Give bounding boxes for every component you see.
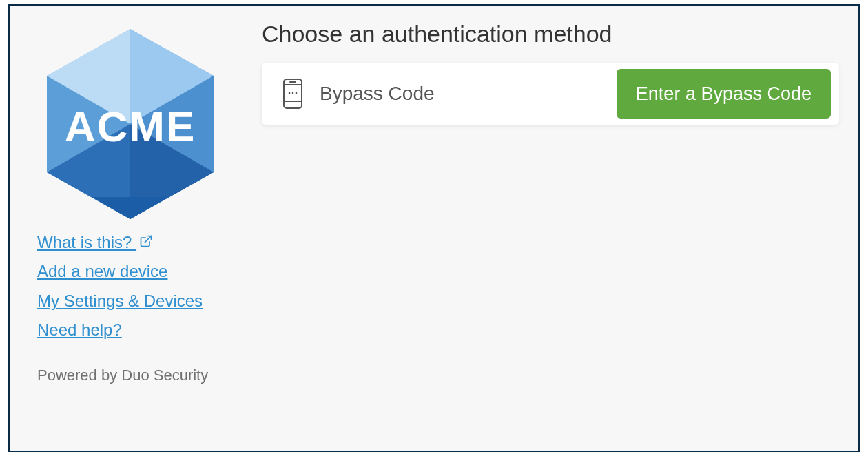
need-help-link[interactable]: Need help? [37, 319, 122, 341]
my-settings-devices-link[interactable]: My Settings & Devices [37, 290, 203, 312]
svg-point-14 [292, 92, 294, 94]
auth-prompt-frame: ACME What is this? Add a new device My [8, 4, 860, 452]
what-is-this-link[interactable]: What is this? [37, 232, 153, 254]
add-new-device-link[interactable]: Add a new device [37, 260, 167, 282]
hexagon-logo-icon: ACME [37, 21, 223, 227]
svg-line-8 [145, 236, 151, 243]
main-content: Choose an authentication method Bypass C… [237, 21, 839, 125]
sidebar: ACME What is this? Add a new device My [37, 21, 237, 384]
svg-marker-7 [92, 197, 168, 219]
external-link-icon [139, 232, 153, 254]
auth-method-row: Bypass Code Enter a Bypass Code [262, 63, 839, 125]
svg-point-15 [296, 92, 298, 94]
link-label: What is this? [37, 233, 132, 251]
svg-point-13 [289, 92, 291, 94]
auth-method-label: Bypass Code [320, 83, 601, 105]
sidebar-links: What is this? Add a new device My Settin… [37, 232, 237, 342]
enter-bypass-code-button[interactable]: Enter a Bypass Code [617, 69, 831, 119]
powered-by-text: Powered by Duo Security [37, 367, 237, 384]
page-heading: Choose an authentication method [262, 21, 839, 48]
brand-logo-text: ACME [65, 103, 196, 150]
brand-logo: ACME [37, 21, 223, 227]
phone-passcode-icon [281, 78, 304, 110]
